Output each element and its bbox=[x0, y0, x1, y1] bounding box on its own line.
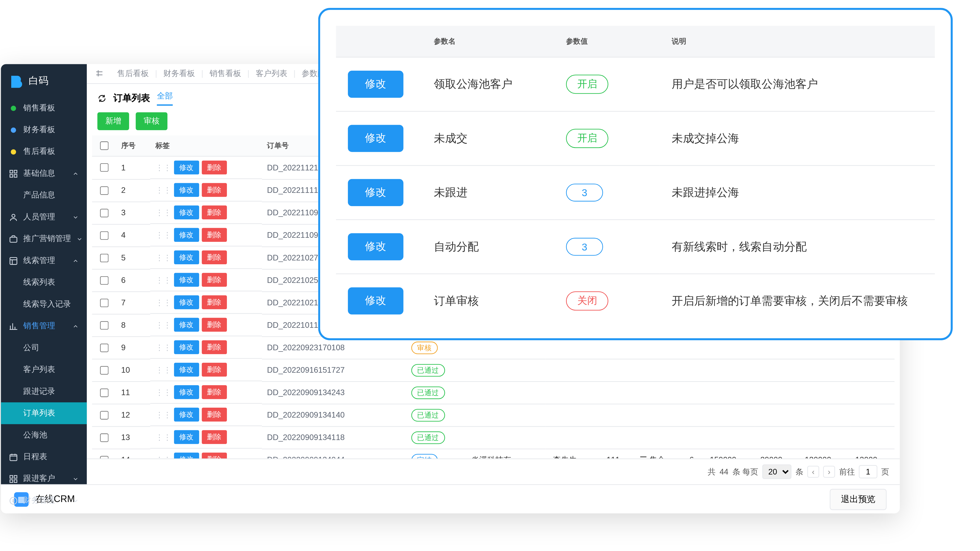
delete-button[interactable]: 删除 bbox=[202, 318, 227, 332]
cell-set[interactable] bbox=[634, 359, 684, 381]
filter-all[interactable]: 全部 bbox=[157, 91, 173, 106]
cell-order[interactable]: DD_20220916151727 bbox=[262, 359, 406, 381]
row-checkbox[interactable] bbox=[100, 388, 109, 397]
row-checkbox[interactable] bbox=[100, 366, 109, 375]
delete-button[interactable]: 删除 bbox=[202, 273, 227, 287]
delete-button[interactable]: 删除 bbox=[202, 295, 227, 309]
drag-handle-icon[interactable]: ⋮⋮ bbox=[156, 208, 171, 217]
delete-button[interactable]: 删除 bbox=[202, 430, 227, 444]
delete-button[interactable]: 删除 bbox=[202, 385, 227, 399]
edit-button[interactable]: 修改 bbox=[174, 251, 199, 264]
sidebar-item-4-4[interactable]: 公海池 bbox=[1, 424, 87, 446]
drag-handle-icon[interactable]: ⋮⋮ bbox=[156, 365, 171, 374]
drag-handle-icon[interactable]: ⋮⋮ bbox=[156, 432, 171, 441]
cell-order[interactable]: DD_20220909134044 bbox=[262, 449, 406, 459]
sidebar-section-5[interactable]: 日程表 bbox=[1, 446, 87, 468]
sidebar-item-4-2[interactable]: 跟进记录 bbox=[1, 381, 87, 402]
sidebar-section-2[interactable]: 推广营销管理 bbox=[1, 228, 87, 250]
tab-0[interactable]: 售后看板 bbox=[113, 67, 153, 79]
sidebar-item-0-0[interactable]: 产品信息 bbox=[1, 184, 87, 206]
cell-set[interactable] bbox=[634, 403, 684, 426]
param-edit-button[interactable]: 修改 bbox=[348, 233, 404, 260]
table-row[interactable]: 10 ⋮⋮ 修改 删除 DD_20220916151727 已通过 bbox=[92, 359, 894, 381]
cell-set[interactable] bbox=[634, 426, 684, 449]
drag-handle-icon[interactable]: ⋮⋮ bbox=[156, 253, 171, 262]
sidebar-item-3-0[interactable]: 线索列表 bbox=[1, 272, 87, 293]
refresh-icon[interactable] bbox=[97, 94, 107, 103]
table-row[interactable]: 14 ⋮⋮ 修改 删除 DD_20220909134044 完结 炎溪科技有… … bbox=[92, 449, 894, 459]
edit-button[interactable]: 修改 bbox=[174, 385, 199, 399]
row-checkbox[interactable] bbox=[100, 411, 109, 419]
delete-button[interactable]: 删除 bbox=[202, 340, 227, 354]
delete-button[interactable]: 删除 bbox=[202, 363, 227, 376]
drag-handle-icon[interactable]: ⋮⋮ bbox=[156, 185, 171, 194]
row-checkbox[interactable] bbox=[100, 208, 109, 217]
delete-button[interactable]: 删除 bbox=[202, 251, 227, 264]
exit-preview-button[interactable]: 退出预览 bbox=[830, 489, 886, 510]
drag-handle-icon[interactable]: ⋮⋮ bbox=[156, 387, 171, 397]
sidebar-section-6[interactable]: 跟进客户 bbox=[1, 468, 87, 489]
table-row[interactable]: 12 ⋮⋮ 修改 删除 DD_20220909134140 已通过 bbox=[92, 403, 894, 426]
edit-button[interactable]: 修改 bbox=[174, 160, 199, 174]
sidebar-dashboard-0[interactable]: 销售看板 bbox=[1, 97, 87, 119]
edit-button[interactable]: 修改 bbox=[174, 295, 199, 309]
param-edit-button[interactable]: 修改 bbox=[348, 179, 404, 206]
row-checkbox[interactable] bbox=[100, 456, 109, 459]
drag-handle-icon[interactable]: ⋮⋮ bbox=[156, 230, 171, 240]
drag-handle-icon[interactable]: ⋮⋮ bbox=[156, 163, 171, 172]
page-size-select[interactable]: 20 bbox=[762, 465, 791, 479]
row-checkbox[interactable] bbox=[100, 433, 109, 442]
edit-button[interactable]: 修改 bbox=[174, 453, 199, 458]
add-button[interactable]: 新增 bbox=[97, 112, 129, 130]
edit-button[interactable]: 修改 bbox=[174, 205, 199, 219]
audit-button[interactable]: 审核 bbox=[136, 112, 167, 130]
next-page-button[interactable]: › bbox=[823, 466, 835, 478]
row-checkbox[interactable] bbox=[100, 253, 109, 262]
sidebar-item-4-1[interactable]: 客户列表 bbox=[1, 359, 87, 380]
delete-button[interactable]: 删除 bbox=[202, 228, 227, 242]
cell-order[interactable]: DD_20220909134118 bbox=[262, 426, 406, 449]
drag-handle-icon[interactable]: ⋮⋮ bbox=[156, 455, 171, 458]
edit-button[interactable]: 修改 bbox=[174, 363, 199, 376]
sidebar-item-4-3[interactable]: 订单列表 bbox=[1, 402, 87, 424]
drag-handle-icon[interactable]: ⋮⋮ bbox=[156, 275, 171, 284]
row-checkbox[interactable] bbox=[100, 231, 109, 240]
sidebar-section-3[interactable]: 线索管理 bbox=[1, 250, 87, 272]
sidebar-section-7[interactable]: 财务管理 bbox=[1, 489, 87, 511]
col-seq[interactable]: 序号 bbox=[116, 135, 150, 156]
drag-handle-icon[interactable]: ⋮⋮ bbox=[156, 320, 171, 329]
delete-button[interactable]: 删除 bbox=[202, 183, 227, 197]
drag-handle-icon[interactable]: ⋮⋮ bbox=[156, 410, 171, 419]
table-row[interactable]: 11 ⋮⋮ 修改 删除 DD_20220909134243 已通过 bbox=[92, 381, 894, 403]
sidebar-item-3-1[interactable]: 线索导入记录 bbox=[1, 293, 87, 315]
row-checkbox[interactable] bbox=[100, 186, 109, 195]
param-edit-button[interactable]: 修改 bbox=[348, 71, 404, 98]
row-checkbox[interactable] bbox=[100, 298, 109, 307]
edit-button[interactable]: 修改 bbox=[174, 183, 199, 197]
tab-1[interactable]: 财务看板 bbox=[159, 67, 199, 79]
edit-button[interactable]: 修改 bbox=[174, 273, 199, 287]
sidebar-item-4-0[interactable]: 公司 bbox=[1, 337, 87, 359]
tab-3[interactable]: 客户列表 bbox=[251, 67, 291, 79]
sidebar-section-0[interactable]: 基础信息 bbox=[1, 162, 87, 184]
delete-button[interactable]: 删除 bbox=[202, 205, 227, 219]
select-all-checkbox[interactable] bbox=[100, 141, 109, 150]
col-tag[interactable]: 标签 bbox=[150, 135, 262, 156]
cell-set[interactable]: 集合 bbox=[634, 449, 684, 459]
edit-button[interactable]: 修改 bbox=[174, 228, 199, 242]
page-input[interactable] bbox=[859, 465, 877, 478]
prev-page-button[interactable]: ‹ bbox=[807, 466, 819, 478]
sidebar-section-1[interactable]: 人员管理 bbox=[1, 206, 87, 228]
cell-set[interactable] bbox=[634, 381, 684, 403]
delete-button[interactable]: 删除 bbox=[202, 408, 227, 421]
row-checkbox[interactable] bbox=[100, 343, 109, 352]
cell-order[interactable]: DD_20220909134140 bbox=[262, 403, 406, 426]
delete-button[interactable]: 删除 bbox=[202, 160, 227, 174]
edit-button[interactable]: 修改 bbox=[174, 430, 199, 444]
sidebar-section-8[interactable]: 售后管理 bbox=[1, 511, 87, 513]
collapse-sidebar-icon[interactable] bbox=[95, 68, 105, 79]
table-row[interactable]: 13 ⋮⋮ 修改 删除 DD_20220909134118 已通过 bbox=[92, 426, 894, 449]
sidebar-dashboard-1[interactable]: 财务看板 bbox=[1, 119, 87, 141]
row-checkbox[interactable] bbox=[100, 321, 109, 329]
param-edit-button[interactable]: 修改 bbox=[348, 125, 404, 152]
